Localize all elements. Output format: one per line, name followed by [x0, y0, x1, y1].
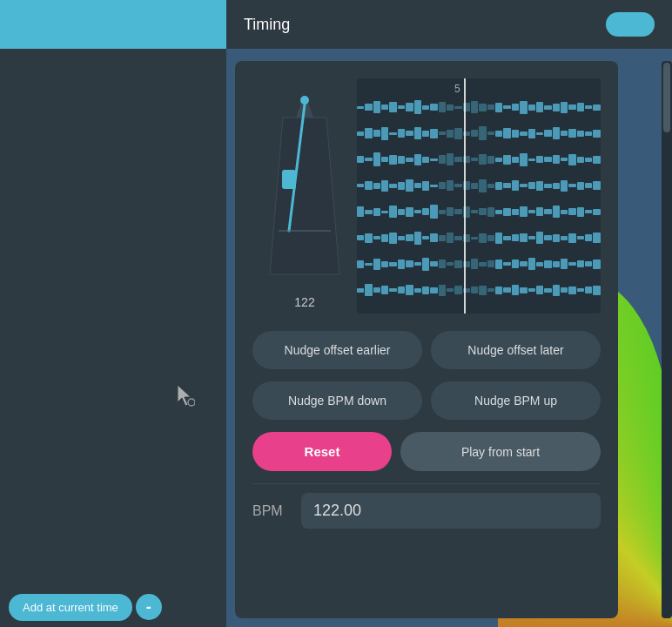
bpm-input[interactable]: [301, 493, 601, 529]
bpm-label: BPM: [252, 503, 287, 519]
metronome-svg: [261, 83, 348, 292]
metronome: 122: [252, 78, 357, 314]
nudge-offset-row: Nudge offset earlier Nudge offset later: [252, 331, 601, 369]
track-wave: [357, 226, 601, 249]
nudge-offset-later-button[interactable]: Nudge offset later: [431, 331, 601, 369]
play-from-start-button[interactable]: Play from start: [400, 432, 601, 471]
scrollbar-thumb[interactable]: [663, 63, 670, 132]
track-wave: [357, 174, 601, 197]
timing-panel: 122 5 Nudge offset earlier Nudge offset …: [235, 61, 618, 618]
waveform-area: 122 5: [252, 78, 601, 314]
beat-number: 5: [454, 83, 460, 95]
svg-rect-5: [282, 170, 296, 189]
track-wave: [357, 122, 601, 145]
minus-button[interactable]: -: [136, 594, 162, 620]
nudge-bpm-up-button[interactable]: Nudge BPM up: [431, 381, 601, 420]
bottom-bar: Add at current time -: [0, 587, 226, 627]
nudge-bpm-down-button[interactable]: Nudge BPM down: [252, 381, 422, 420]
bpm-row: BPM: [252, 483, 601, 537]
reset-play-row: Reset Play from start: [252, 432, 601, 471]
add-at-current-time-button[interactable]: Add at current time: [9, 594, 132, 621]
track-wave: [357, 148, 601, 171]
track-wave: [357, 279, 601, 301]
track-list: [357, 96, 601, 301]
nudge-offset-earlier-button[interactable]: Nudge offset earlier: [252, 331, 422, 369]
cursor-icon: [174, 383, 195, 413]
scrollbar[interactable]: [662, 61, 672, 618]
panel-title: Timing: [226, 16, 290, 34]
metronome-bpm: 122: [294, 295, 314, 309]
top-bar-left: [0, 0, 226, 49]
top-bar: Timing: [0, 0, 672, 49]
track-wave: [357, 253, 601, 275]
sidebar-background: [0, 0, 226, 627]
svg-marker-1: [270, 118, 339, 274]
svg-point-0: [188, 399, 195, 406]
toggle-switch[interactable]: [606, 12, 655, 37]
track-wave: [357, 96, 601, 118]
reset-button[interactable]: Reset: [252, 432, 392, 471]
nudge-bpm-row: Nudge BPM down Nudge BPM up: [252, 381, 601, 420]
playhead-marker: [464, 78, 466, 314]
waveform-tracks[interactable]: 5: [357, 78, 601, 314]
track-wave: [357, 200, 601, 223]
